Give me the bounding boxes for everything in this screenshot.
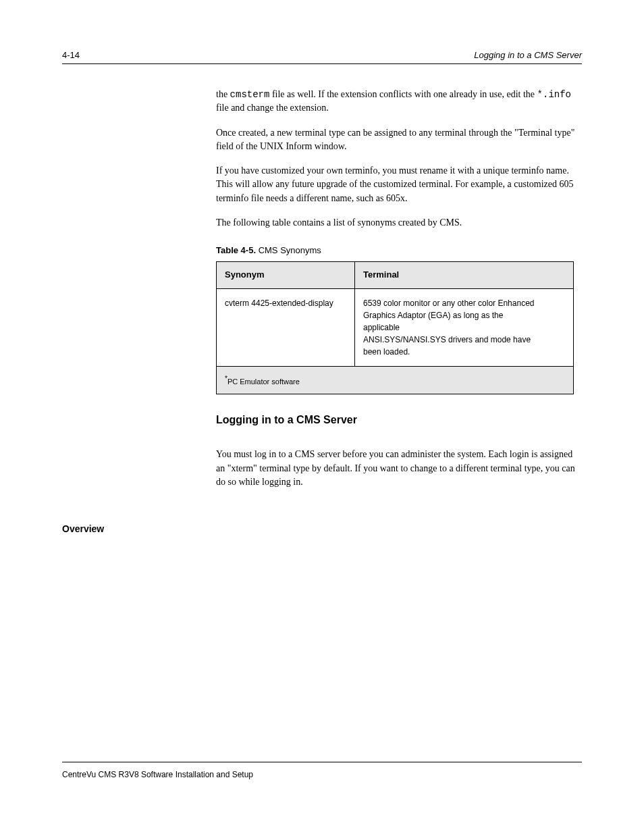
text: cvterm 4425-extended-display — [225, 298, 333, 308]
text: Graphics Adaptor (EGA) as long as the — [363, 311, 503, 320]
text: applicable — [363, 323, 400, 332]
table-number: Table 4-5. — [216, 245, 256, 255]
header-rule — [62, 63, 582, 64]
sidebar-label-overview: Overview — [62, 523, 104, 534]
footer-rule — [62, 762, 582, 762]
paragraph-4: The following table contains a list of s… — [216, 216, 581, 230]
text: ANSI.SYS/NANSI.SYS drivers and mode have — [363, 335, 531, 344]
text: been loaded. — [363, 347, 410, 357]
table-header-synonym: Synonym — [217, 262, 355, 289]
paragraph-1: the cmsterm file as well. If the extensi… — [216, 88, 581, 115]
body-column: the cmsterm file as well. If the extensi… — [216, 88, 581, 500]
table-cell-terminal: 6539 color monitor or any other color En… — [355, 289, 574, 367]
table-footer-row: *PC Emulator software — [217, 367, 574, 394]
text: 6539 color monitor or any other color En… — [363, 298, 534, 308]
text: file and change the extension. — [216, 103, 329, 113]
table-footnote: *PC Emulator software — [217, 367, 574, 394]
table-header-row: Synonym Terminal — [217, 262, 574, 289]
table-cell-synonym: cvterm 4425-extended-display — [217, 289, 355, 367]
table-header-terminal: Terminal — [355, 262, 574, 289]
footer-doc-title: CentreVu CMS R3V8 Software Installation … — [62, 770, 253, 779]
header-section-title: Logging in to a CMS Server — [474, 50, 582, 60]
table-title: Table 4-5. CMS Synonyms — [216, 244, 581, 257]
code-cmsterm: cmsterm — [230, 89, 270, 100]
section-body: You must log in to a CMS server before y… — [216, 448, 581, 489]
paragraph-2: Once created, a new terminal type can be… — [216, 126, 581, 154]
table-caption: CMS Synonyms — [259, 245, 321, 255]
text: file as well. If the extension conflicts… — [269, 89, 537, 99]
header-page-number: 4-14 — [62, 50, 80, 60]
table-synonyms: Synonym Terminal cvterm 4425-extended-di… — [216, 261, 574, 394]
text: the — [216, 89, 230, 99]
code-info-ext: *.info — [537, 89, 571, 100]
paragraph-3: If you have customized your own terminfo… — [216, 164, 581, 205]
table-row: cvterm 4425-extended-display 6539 color … — [217, 289, 574, 367]
footnote-text: PC Emulator software — [227, 377, 300, 386]
section-heading: Logging in to a CMS Server — [216, 412, 581, 427]
